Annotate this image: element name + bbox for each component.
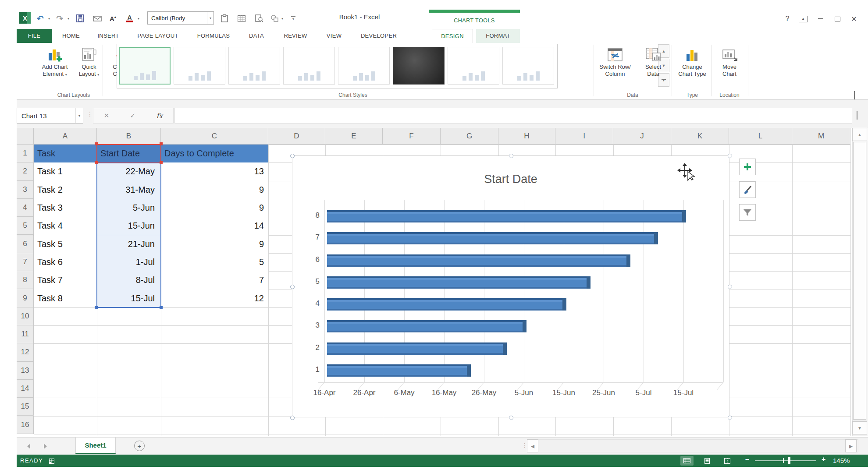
row-header-16[interactable]: 16 [17,416,34,434]
chart-style-thumb[interactable] [393,47,445,85]
chart-resize-handle[interactable] [509,154,513,158]
help-button[interactable]: ? [781,13,793,25]
row-header-9[interactable]: 9 [17,289,34,307]
name-box-caret-icon[interactable]: ▾ [75,108,83,123]
table-icon[interactable] [238,13,245,24]
column-header-B[interactable]: B [97,128,161,145]
horizontal-scrollbar[interactable] [529,439,858,452]
cell-task[interactable]: Task 5 [34,235,97,253]
tab-formulas[interactable]: FORMULAS [189,29,238,43]
column-header-J[interactable]: J [613,128,671,145]
row-header-13[interactable]: 13 [17,362,34,380]
formula-input[interactable] [174,108,852,124]
column-header-H[interactable]: H [498,128,555,145]
shapes-icon[interactable] [271,13,279,24]
close-button[interactable]: ✕ [848,13,860,25]
chart-style-thumb[interactable] [283,47,335,85]
move-chart-button[interactable]: MoveChart [713,44,746,90]
new-sheet-button[interactable]: + [134,441,145,451]
chart-bar-task-5[interactable] [327,276,591,289]
chart-style-thumb[interactable] [174,47,225,85]
chart-title[interactable]: Start Date [292,173,729,186]
add-chart-element-button[interactable]: Add Chart Element ▾ [36,44,74,90]
next-sheet-icon[interactable] [44,444,47,449]
vertical-scroll-thumb[interactable] [853,142,866,420]
chart-bar-task-6[interactable] [327,254,630,267]
range-handle[interactable] [95,306,98,309]
font-color-caret-icon[interactable]: ▾ [138,13,139,24]
chart-style-thumb[interactable] [119,47,171,85]
chart-filters-button[interactable] [739,204,756,221]
zoom-slider-track[interactable] [755,460,816,461]
chart-styles-button[interactable] [739,181,756,198]
switch-row-column-button[interactable]: Switch Row/Column [596,44,634,90]
tab-review[interactable]: REVIEW [275,29,316,43]
column-header-A[interactable]: A [34,128,97,145]
name-box-splitter[interactable]: ⋮ [87,110,93,117]
chart-bar-task-8[interactable] [327,210,686,222]
row-header-8[interactable]: 8 [17,271,34,289]
font-name-combobox[interactable]: Calibri (Body ▾ [147,11,214,25]
page-break-view-button[interactable] [721,456,734,466]
minimize-button[interactable] [815,13,827,25]
print-preview-icon[interactable] [255,13,263,24]
zoom-percentage[interactable]: 145% [833,457,850,464]
sheet-tab-sheet1[interactable]: Sheet1 [75,438,116,454]
chart-style-thumb[interactable] [338,47,390,85]
row-header-1[interactable]: 1 [17,145,34,162]
cell-days-to-complete[interactable]: 9 [161,199,268,217]
tab-format[interactable]: FORMAT [476,29,520,43]
column-header-I[interactable]: I [555,128,613,145]
undo-icon[interactable]: ↶ [37,13,44,24]
restore-button[interactable] [831,13,843,25]
cell-task[interactable]: Task 3 [34,199,97,217]
chart-elements-button[interactable] [739,159,756,175]
chart-bar-task-1[interactable] [327,364,471,377]
change-chart-type-button[interactable]: ChangeChart Type [673,44,711,90]
row-header-15[interactable]: 15 [17,398,34,416]
chart-resize-handle[interactable] [509,416,513,420]
tab-insert[interactable]: INSERT [90,29,126,43]
zoom-out-button[interactable]: – [745,455,749,463]
ribbon-display-options-button[interactable]: ▴ [797,13,809,25]
chart-resize-handle[interactable] [728,285,732,289]
chart-style-thumb[interactable] [502,47,554,85]
chart-resize-handle[interactable] [290,416,295,420]
scroll-up-button[interactable]: ▲ [852,128,867,141]
insert-function-icon[interactable]: fx [156,112,163,120]
chart-bar-task-4[interactable] [327,298,566,311]
row-header-4[interactable]: 4 [17,199,34,217]
cell-days-to-complete[interactable]: 5 [161,253,268,271]
macro-record-icon[interactable] [48,457,55,466]
prev-sheet-icon[interactable] [27,444,30,449]
column-header-E[interactable]: E [325,128,383,145]
scroll-down-button[interactable]: ▼ [852,421,867,434]
tab-home[interactable]: HOME [55,29,87,43]
redo-dropdown-caret-icon[interactable]: ▾ [68,13,69,24]
tab-data[interactable]: DATA [241,29,272,43]
redo-icon[interactable]: ↷ [56,13,63,24]
zoom-slider-thumb[interactable] [788,457,790,464]
row-header-14[interactable]: 14 [17,380,34,398]
increase-font-icon[interactable]: A▴ [110,13,116,24]
range-handle[interactable] [160,306,163,309]
enter-formula-icon[interactable]: ✓ [130,112,136,120]
column-header-D[interactable]: D [268,128,325,145]
cell-days-to-complete[interactable]: 12 [161,289,268,307]
font-color-icon[interactable]: A [126,13,133,24]
cell-days-to-complete[interactable]: 14 [161,217,268,235]
scroll-right-button[interactable]: ▸ [845,439,857,452]
column-header-G[interactable]: G [441,128,498,145]
chart-style-thumb[interactable] [228,47,280,85]
chart-bar-task-7[interactable] [327,232,658,244]
tab-design[interactable]: DESIGN [432,29,473,43]
cancel-formula-icon[interactable]: ✕ [104,112,110,120]
column-header-M[interactable]: M [792,128,850,145]
range-handle[interactable] [95,142,98,145]
cell-days-to-complete[interactable]: 9 [161,235,268,253]
chart-resize-handle[interactable] [290,285,295,289]
tab-developer[interactable]: DEVELOPER [352,29,405,43]
column-header-K[interactable]: K [671,128,729,145]
undo-dropdown-caret-icon[interactable]: ▾ [48,13,50,24]
range-handle[interactable] [160,142,163,145]
